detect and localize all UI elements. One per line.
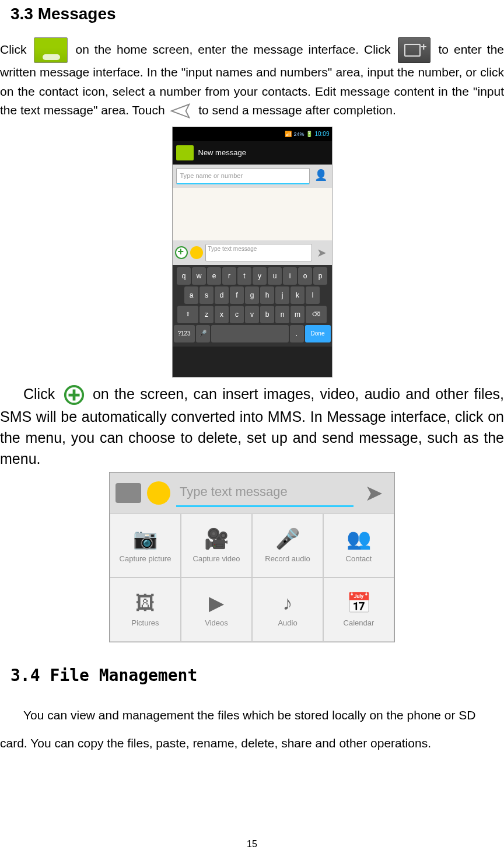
key-done[interactable]: Done (305, 325, 331, 342)
attach-contact[interactable]: 👥 Contact (323, 513, 394, 578)
cell-label: Contact (346, 554, 372, 563)
videos-icon: ▶ (204, 592, 229, 614)
cell-label: Calendar (344, 618, 374, 627)
key-q[interactable]: q (177, 267, 191, 285)
key-m[interactable]: m (290, 306, 304, 323)
paragraph-2: Click on the screen, can insert images, … (0, 383, 504, 470)
messaging-icon (176, 145, 194, 160)
text-message-input[interactable]: Type text message (176, 479, 354, 507)
status-bar: 📶 24% 🔋 10:09 (173, 127, 332, 141)
key-f[interactable]: f (230, 286, 244, 304)
attach-pictures[interactable]: 🖼 Pictures (110, 578, 181, 642)
attach-audio[interactable]: ♪ Audio (252, 578, 323, 642)
keyboard: q w e r t y u i o p a s d f g h j k l (173, 265, 332, 347)
key-n[interactable]: n (275, 306, 289, 323)
send-button-icon[interactable]: ➤ (314, 246, 330, 260)
key-space[interactable] (211, 325, 289, 342)
p2-text-a: Click (0, 386, 61, 402)
key-y[interactable]: y (253, 267, 267, 285)
screenshot-attachment-menu: Type text message ➤ 📷 Capture picture 🎥 … (109, 472, 395, 642)
p1-text-b: on the home screen, enter the message in… (75, 43, 396, 56)
key-o[interactable]: o (298, 267, 312, 285)
key-l[interactable]: l (306, 286, 320, 304)
key-mic[interactable]: 🎤 (196, 325, 210, 342)
key-j[interactable]: j (275, 286, 289, 304)
keyboard-row-1: q w e r t y u i o p (174, 267, 331, 285)
key-backspace[interactable]: ⌫ (306, 306, 327, 323)
cell-label: Pictures (132, 618, 159, 627)
key-i[interactable]: i (283, 267, 297, 285)
key-shift[interactable]: ⇧ (177, 306, 198, 323)
cell-label: Record audio (265, 554, 310, 563)
paragraph-3: You can view and management the files wh… (0, 701, 504, 758)
compose-row: Type text message ➤ (173, 240, 332, 265)
paragraph-1: Click on the home screen, enter the mess… (0, 37, 504, 121)
attach-capture-video[interactable]: 🎥 Capture video (181, 513, 252, 578)
battery-icon: 🔋 (306, 131, 313, 137)
cell-label: Capture picture (120, 554, 172, 563)
key-u[interactable]: u (268, 267, 282, 285)
recipient-input[interactable]: Type name or number (176, 168, 310, 184)
compose-bar: Type text message ➤ (110, 473, 394, 513)
section-heading-file-management: 3.4 File Management (0, 654, 504, 701)
key-g[interactable]: g (245, 286, 259, 304)
p1-text-a: Click (0, 43, 32, 56)
key-a[interactable]: a (184, 286, 198, 304)
key-w[interactable]: w (192, 267, 206, 285)
key-h[interactable]: h (260, 286, 274, 304)
add-attachment-icon[interactable] (175, 246, 188, 259)
attachment-grid: 📷 Capture picture 🎥 Capture video 🎤 Reco… (110, 513, 394, 642)
key-k[interactable]: k (290, 286, 304, 304)
cell-label: Videos (205, 618, 228, 627)
section-heading-messages: 3.3 Messages (0, 5, 504, 37)
key-s[interactable]: s (200, 286, 214, 304)
p1-text-d: to send a message after completion. (198, 103, 396, 117)
messaging-app-icon (34, 37, 68, 63)
contact-icon: 👥 (346, 527, 372, 550)
emoji-icon[interactable] (190, 246, 203, 259)
page-number: 15 (0, 839, 504, 849)
key-x[interactable]: x (215, 306, 229, 323)
attach-calendar[interactable]: 📅 Calendar (323, 578, 394, 642)
key-v[interactable]: v (245, 306, 259, 323)
signal-icon: 📶 (285, 131, 292, 137)
key-z[interactable]: z (200, 306, 214, 323)
key-symbols[interactable]: ?123 (174, 325, 195, 342)
send-icon (170, 102, 192, 121)
keyboard-row-2: a s d f g h j k l (174, 286, 331, 304)
text-message-input[interactable]: Type text message (205, 244, 312, 261)
keyboard-toggle-icon[interactable] (116, 483, 141, 503)
battery-percent: 24% (293, 131, 304, 137)
add-contact-icon[interactable]: 👤 (313, 169, 328, 184)
new-message-header: New message (173, 141, 332, 165)
key-p[interactable]: p (313, 267, 327, 285)
key-e[interactable]: e (207, 267, 221, 285)
key-r[interactable]: r (222, 267, 236, 285)
cell-label: Capture video (193, 554, 240, 563)
pictures-icon: 🖼 (132, 592, 158, 614)
attach-record-audio[interactable]: 🎤 Record audio (252, 513, 323, 578)
attach-capture-picture[interactable]: 📷 Capture picture (110, 513, 181, 578)
key-c[interactable]: c (230, 306, 244, 323)
audio-icon: ♪ (275, 592, 300, 614)
p3-text: You can view and management the files wh… (0, 708, 476, 750)
video-camera-icon: 🎥 (204, 527, 229, 550)
key-b[interactable]: b (260, 306, 274, 323)
key-d[interactable]: d (215, 286, 229, 304)
keyboard-row-4: ?123 🎤 . Done (174, 325, 331, 342)
message-body-area (173, 188, 332, 240)
screenshot-new-message: 📶 24% 🔋 10:09 New message Type name or n… (172, 127, 332, 377)
attach-videos[interactable]: ▶ Videos (181, 578, 252, 642)
keyboard-row-3: ⇧ z x c v b n m ⌫ (174, 306, 331, 323)
add-attachment-plus-icon (63, 384, 85, 406)
send-button-icon[interactable]: ➤ (359, 480, 388, 506)
cell-label: Audio (278, 618, 297, 627)
key-period[interactable]: . (290, 325, 304, 342)
microphone-icon: 🎤 (275, 527, 300, 550)
camera-icon: 📷 (132, 527, 158, 550)
compose-message-icon (398, 37, 430, 63)
emoji-icon[interactable] (147, 481, 170, 505)
calendar-icon: 📅 (346, 592, 372, 614)
key-t[interactable]: t (237, 267, 251, 285)
recipient-row: Type name or number 👤 (173, 165, 332, 188)
